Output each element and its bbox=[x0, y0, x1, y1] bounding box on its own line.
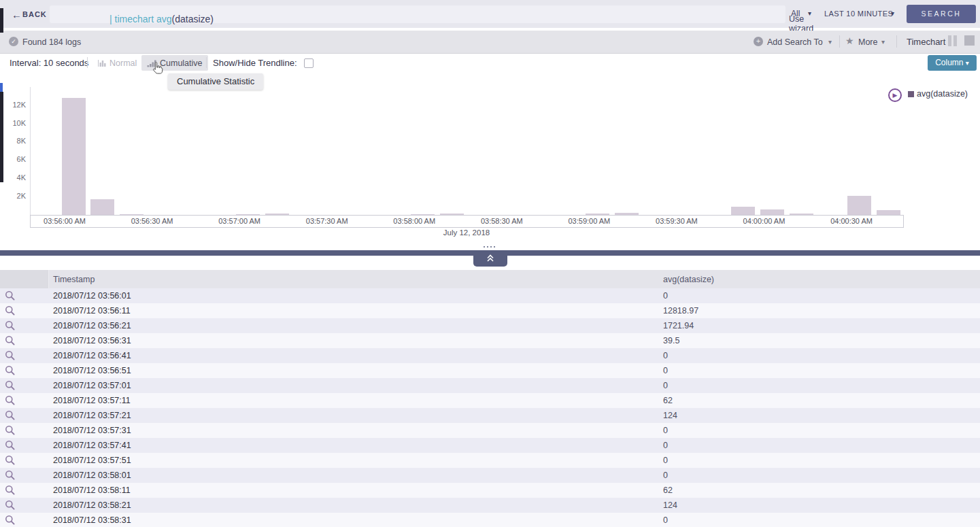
back-arrow-icon[interactable]: ← bbox=[12, 9, 22, 20]
chart-type-label: Column bbox=[935, 58, 963, 67]
chevron-down-icon[interactable]: ▾ bbox=[808, 10, 811, 17]
magnifier-icon[interactable] bbox=[5, 500, 16, 513]
add-search-to-menu[interactable]: Add Search To bbox=[767, 37, 823, 47]
chevron-down-icon: ▾ bbox=[966, 59, 969, 67]
play-icon[interactable]: ▶ bbox=[888, 88, 902, 102]
table-row: 2018/07/12 03:56:510 bbox=[0, 363, 980, 378]
y-axis-tick-label: 6K bbox=[0, 155, 26, 163]
chevron-down-icon[interactable]: ▾ bbox=[828, 38, 832, 46]
table-row: 2018/07/12 03:56:010 bbox=[0, 288, 980, 303]
avg-datasize-cell: 0 bbox=[663, 456, 668, 465]
x-axis-tick-label: 03:56:30 AM bbox=[112, 217, 193, 225]
divider bbox=[87, 57, 88, 68]
x-axis-tick-label: 03:56:00 AM bbox=[24, 217, 105, 225]
status-bar: ✓ Found 184 logs + Add Search To ▾ ★ Mor… bbox=[0, 31, 980, 54]
magnifier-icon[interactable] bbox=[5, 335, 16, 349]
magnifier-icon[interactable] bbox=[5, 425, 16, 439]
timestamp-cell: 2018/07/12 03:57:21 bbox=[53, 411, 131, 420]
timestamp-cell: 2018/07/12 03:56:51 bbox=[53, 366, 131, 375]
avg-datasize-cell: 0 bbox=[663, 515, 668, 525]
timestamp-cell: 2018/07/12 03:57:41 bbox=[53, 441, 131, 450]
chart-bar[interactable] bbox=[847, 196, 871, 215]
avg-datasize-cell: 124 bbox=[663, 500, 677, 510]
magnifier-icon[interactable] bbox=[5, 380, 16, 394]
x-axis-tick-label: 03:57:30 AM bbox=[286, 217, 368, 225]
table-row: 2018/07/12 03:58:21124 bbox=[0, 498, 980, 513]
timestamp-cell: 2018/07/12 03:58:21 bbox=[53, 500, 131, 510]
magnifier-icon[interactable] bbox=[5, 395, 16, 409]
chevron-down-icon[interactable]: ▾ bbox=[891, 10, 894, 17]
chart-type-dropdown[interactable]: Column ▾ bbox=[928, 55, 977, 71]
y-axis-tick-label: 12K bbox=[0, 101, 26, 109]
avg-datasize-cell: 62 bbox=[663, 486, 673, 495]
table-row: 2018/07/12 03:57:510 bbox=[0, 453, 980, 468]
table-row: 2018/07/12 03:58:1162 bbox=[0, 483, 980, 498]
table-row: 2018/07/12 03:56:410 bbox=[0, 348, 980, 363]
timestamp-cell: 2018/07/12 03:58:11 bbox=[53, 486, 131, 495]
magnifier-icon[interactable] bbox=[5, 470, 16, 483]
chart-view-toggle-icon[interactable] bbox=[948, 35, 959, 46]
timestamp-cell: 2018/07/12 03:57:51 bbox=[53, 456, 131, 465]
avg-datasize-cell: 0 bbox=[663, 351, 668, 360]
chart-bar[interactable] bbox=[90, 199, 114, 215]
query-argument: (datasize) bbox=[172, 14, 214, 24]
magnifier-icon[interactable] bbox=[5, 410, 16, 424]
table-row: 2018/07/12 03:58:310 bbox=[0, 513, 980, 527]
back-button[interactable]: BACK bbox=[22, 10, 47, 18]
legend-swatch bbox=[908, 91, 914, 97]
table-row: 2018/07/12 03:57:310 bbox=[0, 423, 980, 438]
column-header-timestamp: Timestamp bbox=[53, 275, 95, 284]
divider bbox=[206, 57, 207, 68]
magnifier-icon[interactable] bbox=[5, 440, 16, 454]
grid-view-toggle-icon[interactable] bbox=[964, 35, 975, 46]
screen-edge-artifact bbox=[0, 8, 3, 33]
table-body: 2018/07/12 03:56:0102018/07/12 03:56:111… bbox=[0, 288, 980, 527]
avg-datasize-cell: 0 bbox=[663, 471, 668, 480]
magnifier-icon[interactable] bbox=[5, 365, 16, 379]
avg-datasize-cell: 39.5 bbox=[663, 336, 679, 345]
timestamp-cell: 2018/07/12 03:56:01 bbox=[53, 291, 131, 301]
avg-datasize-cell: 1721.94 bbox=[663, 321, 694, 330]
magnifier-icon[interactable] bbox=[5, 515, 16, 527]
avg-datasize-cell: 0 bbox=[663, 426, 668, 435]
x-axis-tick-label: 03:57:00 AM bbox=[199, 217, 280, 225]
timestamp-cell: 2018/07/12 03:56:21 bbox=[53, 321, 131, 330]
bar-chart-icon bbox=[97, 58, 106, 67]
chart-bar[interactable] bbox=[877, 210, 900, 215]
divider bbox=[896, 35, 897, 48]
interval-label: Interval: 10 seconds bbox=[10, 58, 88, 68]
chart-bar[interactable] bbox=[62, 98, 86, 215]
magnifier-icon[interactable] bbox=[5, 320, 16, 334]
avg-datasize-cell: 0 bbox=[663, 291, 668, 301]
search-button[interactable]: SEARCH bbox=[907, 5, 976, 23]
screen-edge-artifact bbox=[0, 83, 3, 92]
normal-mode-button[interactable]: Normal bbox=[93, 56, 141, 70]
avg-datasize-cell: 12818.97 bbox=[663, 306, 698, 316]
time-range-dropdown[interactable]: LAST 10 MINUTES bbox=[824, 10, 893, 18]
search-query-input[interactable]: | timechart avg(datasize) Use wizard bbox=[50, 5, 785, 23]
divider-grip-dots bbox=[484, 246, 495, 248]
star-icon[interactable]: ★ bbox=[845, 35, 854, 46]
chart-bar[interactable] bbox=[760, 209, 784, 215]
chevron-down-icon[interactable]: ▾ bbox=[881, 38, 885, 46]
magnifier-icon[interactable] bbox=[5, 455, 16, 469]
plus-circle-icon[interactable]: + bbox=[754, 37, 763, 46]
column-header-avg-datasize: avg(datasize) bbox=[663, 275, 714, 284]
avg-datasize-cell: 0 bbox=[663, 366, 668, 375]
y-axis-line bbox=[30, 87, 31, 215]
magnifier-icon[interactable] bbox=[5, 350, 16, 364]
found-logs-label: Found 184 logs bbox=[22, 37, 81, 47]
table-header-icon-column bbox=[0, 270, 49, 288]
chart-bar[interactable] bbox=[731, 207, 755, 215]
more-menu[interactable]: More bbox=[858, 37, 877, 47]
trendline-checkbox[interactable] bbox=[304, 58, 314, 68]
x-axis-tick-label: 04:00:30 AM bbox=[811, 217, 892, 225]
magnifier-icon[interactable] bbox=[5, 485, 16, 498]
y-axis-tick-label: 10K bbox=[0, 119, 26, 127]
y-axis-tick-label: 4K bbox=[0, 173, 26, 182]
collapse-panel-button[interactable] bbox=[473, 250, 507, 267]
magnifier-icon[interactable] bbox=[5, 305, 16, 319]
y-axis-tick-label: 8K bbox=[0, 137, 26, 145]
scope-dropdown[interactable]: All bbox=[791, 9, 800, 18]
magnifier-icon[interactable] bbox=[5, 290, 16, 304]
